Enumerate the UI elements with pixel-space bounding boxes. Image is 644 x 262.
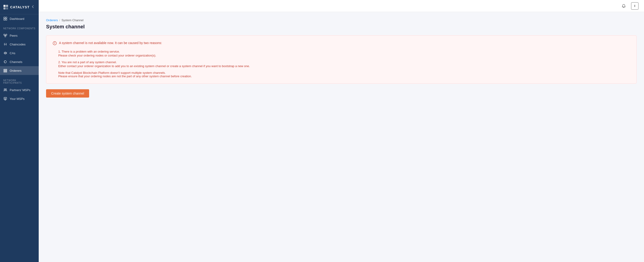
network-participants-section-label: Network participants (0, 75, 39, 86)
sidebar-header: CATALYST (0, 0, 39, 14)
network-components-section-label: Network components (0, 23, 39, 31)
sidebar-item-your-msps[interactable]: Your MSPs (0, 94, 39, 103)
alert-icon (53, 41, 57, 46)
sidebar-item-chaincodes-label: Chaincodes (10, 43, 26, 46)
sidebar-item-orderers[interactable]: Orderers (0, 66, 39, 75)
sidebar-item-channels[interactable]: Channels (0, 57, 39, 66)
sidebar-item-dashboard[interactable]: Dashboard (0, 14, 39, 23)
sidebar-item-chaincodes[interactable]: Chaincodes (0, 40, 39, 49)
alert-reason-1-title: 1. There is a problem with an ordering s… (58, 50, 630, 53)
page-title: System channel (46, 24, 637, 30)
svg-line-12 (4, 35, 6, 36)
alert-reason-2-desc: Either contact your orderer organization… (58, 64, 630, 68)
sidebar-item-your-msps-label: Your MSPs (10, 97, 25, 101)
logo-area: CATALYST (3, 5, 30, 10)
svg-point-20 (6, 89, 7, 90)
dashboard-icon (3, 17, 7, 21)
sidebar-item-orderers-label: Orderers (10, 69, 22, 72)
svg-rect-16 (4, 69, 7, 70)
svg-rect-1 (6, 5, 8, 7)
svg-rect-4 (4, 17, 5, 19)
partners-msps-icon (3, 88, 7, 92)
svg-rect-5 (6, 17, 7, 19)
sidebar-item-peers[interactable]: Peers (0, 31, 39, 40)
alert-reason-2-title: 2. You are not a part of any system chan… (58, 60, 630, 64)
sidebar: CATALYST Dashboard Network components (0, 0, 39, 262)
alert-title: A system channel is not available now. I… (59, 41, 162, 45)
svg-rect-9 (6, 34, 7, 35)
sidebar-item-cas-label: CAs (10, 52, 16, 55)
alert-reason-1: 1. There is a problem with an ordering s… (58, 50, 630, 57)
svg-line-13 (5, 35, 6, 36)
logo-icon (3, 5, 8, 10)
orderers-icon (3, 69, 7, 73)
svg-rect-6 (4, 19, 5, 20)
alert-reason-2: 2. You are not a part of any system chan… (58, 60, 630, 68)
cas-icon (3, 51, 7, 55)
breadcrumb-current: System Channel (62, 19, 84, 22)
content-area: Orderers / System Channel System channel… (39, 12, 644, 262)
sidebar-item-cas[interactable]: CAs (0, 49, 39, 57)
user-badge[interactable]: I (631, 2, 638, 10)
sidebar-item-partners-msps-label: Partners' MSPs (10, 88, 30, 92)
svg-rect-8 (4, 34, 5, 35)
breadcrumb: Orderers / System Channel (46, 19, 637, 22)
alert-header: A system channel is not available now. I… (53, 41, 630, 46)
alert-card: A system channel is not available now. I… (46, 35, 637, 84)
breadcrumb-separator: / (59, 19, 60, 22)
svg-rect-2 (4, 7, 6, 10)
sidebar-item-peers-label: Peers (10, 34, 18, 37)
alert-note-line-2: Please ensure that your ordering nodes a… (58, 75, 630, 78)
alert-note: Note that Catalyst Blockchain Platform d… (58, 71, 630, 78)
svg-rect-10 (5, 36, 6, 37)
alert-reason-1-desc: Please check your ordering nodes or cont… (58, 54, 630, 57)
sidebar-item-dashboard-label: Dashboard (10, 17, 24, 21)
svg-point-19 (4, 89, 5, 90)
topbar: I (39, 0, 644, 12)
your-msps-icon (3, 97, 7, 101)
svg-rect-0 (4, 5, 6, 7)
sidebar-item-partners-msps[interactable]: Partners' MSPs (0, 86, 39, 94)
breadcrumb-parent[interactable]: Orderers (46, 19, 58, 22)
collapse-button[interactable] (30, 4, 36, 10)
svg-rect-18 (4, 72, 7, 72)
svg-rect-7 (6, 19, 7, 20)
sidebar-item-channels-label: Channels (10, 60, 22, 64)
create-system-channel-button[interactable]: Create system channel (46, 89, 89, 98)
svg-point-28 (54, 44, 55, 44)
channels-icon (3, 60, 7, 64)
svg-rect-17 (4, 70, 7, 71)
svg-rect-3 (6, 7, 8, 10)
notification-button[interactable] (620, 2, 628, 10)
chaincodes-icon (3, 42, 7, 46)
main-content: I Orderers / System Channel System chann… (39, 0, 644, 262)
alert-note-line-1: Note that Catalyst Blockchain Platform d… (58, 71, 630, 75)
peers-icon (3, 34, 7, 38)
logo-text: CATALYST (10, 5, 30, 9)
